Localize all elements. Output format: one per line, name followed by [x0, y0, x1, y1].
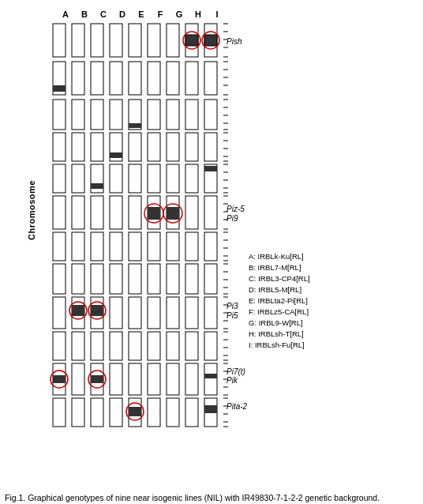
- main-container: Chromosome A B C D E F G H I 1: [0, 0, 423, 504]
- svg-rect-212: [91, 398, 103, 427]
- svg-rect-177: [185, 332, 198, 360]
- svg-rect-98: [91, 196, 103, 229]
- svg-text:Pita-2: Pita-2: [226, 402, 248, 411]
- svg-rect-133: [53, 264, 66, 294]
- svg-rect-151: [72, 305, 84, 316]
- svg-rect-160: [185, 297, 198, 329]
- svg-text:B: IRBL7-M[RL]: B: IRBL7-M[RL]: [249, 263, 301, 272]
- svg-rect-172: [91, 332, 103, 360]
- svg-rect-13: [110, 24, 122, 57]
- svg-rect-219: [185, 398, 198, 427]
- svg-text:A: IRBLk-Ku[RL]: A: IRBLk-Ku[RL]: [249, 252, 304, 261]
- svg-rect-192: [91, 375, 103, 383]
- svg-rect-121: [129, 232, 141, 261]
- svg-rect-171: [72, 332, 84, 360]
- svg-rect-117: [53, 232, 66, 261]
- svg-rect-68: [129, 133, 141, 161]
- svg-rect-139: [167, 264, 179, 294]
- svg-rect-120: [110, 232, 122, 261]
- svg-rect-36: [129, 62, 141, 95]
- svg-rect-50: [110, 100, 122, 130]
- svg-rect-188: [53, 375, 66, 383]
- svg-rect-72: [204, 133, 217, 161]
- svg-text:I: IRBLsh-Fu[RL]: I: IRBLsh-Fu[RL]: [249, 340, 305, 349]
- svg-rect-56: [204, 100, 217, 130]
- svg-rect-86: [167, 164, 179, 193]
- svg-rect-198: [185, 363, 198, 395]
- svg-rect-89: [204, 166, 217, 171]
- svg-rect-161: [204, 297, 217, 329]
- svg-rect-87: [185, 164, 198, 193]
- svg-text:Pi3: Pi3: [226, 302, 238, 310]
- svg-rect-194: [110, 363, 122, 395]
- svg-text:B: B: [81, 9, 88, 19]
- svg-rect-83: [110, 164, 122, 193]
- svg-text:I: I: [215, 9, 218, 19]
- svg-rect-84: [129, 164, 141, 193]
- svg-rect-52: [129, 123, 141, 128]
- svg-rect-125: [204, 232, 217, 261]
- svg-rect-37: [148, 62, 160, 95]
- svg-rect-211: [72, 398, 84, 427]
- svg-rect-71: [185, 133, 198, 161]
- svg-text:E: E: [138, 9, 144, 19]
- svg-rect-99: [110, 196, 122, 229]
- svg-rect-149: [53, 297, 66, 329]
- svg-rect-137: [129, 264, 141, 294]
- svg-text:Pish: Pish: [226, 37, 242, 46]
- svg-rect-100: [129, 196, 141, 229]
- svg-rect-48: [72, 100, 84, 130]
- svg-rect-174: [129, 332, 141, 360]
- svg-rect-15: [148, 24, 160, 57]
- svg-rect-118: [72, 232, 84, 261]
- svg-rect-104: [167, 207, 179, 220]
- svg-text:D: IRBL5-M[RL]: D: IRBL5-M[RL]: [249, 285, 301, 294]
- svg-rect-10: [53, 24, 66, 57]
- svg-rect-82: [91, 183, 103, 189]
- svg-rect-218: [167, 398, 179, 427]
- svg-rect-12: [91, 24, 103, 57]
- svg-text:Pik: Pik: [226, 376, 238, 385]
- svg-rect-135: [91, 264, 103, 294]
- svg-rect-154: [91, 305, 103, 316]
- svg-rect-18: [185, 35, 198, 46]
- svg-rect-217: [148, 398, 160, 427]
- svg-text:D: D: [119, 9, 125, 19]
- svg-rect-141: [204, 264, 217, 294]
- svg-rect-38: [167, 62, 179, 95]
- svg-rect-96: [53, 196, 66, 229]
- caption-text: Fig.1. Graphical genotypes of nine near …: [5, 493, 380, 502]
- svg-rect-47: [53, 100, 66, 130]
- svg-rect-196: [148, 363, 160, 395]
- svg-rect-63: [53, 133, 66, 161]
- svg-rect-199: [204, 363, 217, 395]
- svg-rect-35: [110, 62, 122, 95]
- svg-rect-178: [204, 332, 217, 360]
- svg-rect-190: [72, 363, 84, 395]
- svg-rect-20: [204, 35, 217, 46]
- svg-text:Piz-5: Piz-5: [226, 205, 245, 213]
- svg-rect-195: [129, 363, 141, 395]
- svg-rect-65: [91, 133, 103, 161]
- svg-rect-159: [167, 297, 179, 329]
- svg-rect-40: [204, 62, 217, 95]
- svg-rect-119: [91, 232, 103, 261]
- svg-rect-123: [167, 232, 179, 261]
- svg-rect-175: [148, 332, 160, 360]
- svg-text:H: IRBLsh-T[RL]: H: IRBLsh-T[RL]: [249, 329, 304, 338]
- svg-rect-55: [185, 100, 198, 130]
- svg-rect-70: [167, 133, 179, 161]
- svg-rect-49: [91, 100, 103, 130]
- figure-caption: Fig.1. Graphical genotypes of nine near …: [5, 492, 418, 504]
- svg-rect-200: [204, 374, 217, 378]
- svg-rect-215: [129, 407, 141, 416]
- svg-rect-170: [53, 332, 66, 360]
- svg-rect-54: [167, 100, 179, 130]
- svg-text:C: C: [100, 9, 107, 19]
- svg-rect-156: [110, 297, 122, 329]
- svg-rect-176: [167, 332, 179, 360]
- svg-rect-64: [72, 133, 84, 161]
- svg-rect-213: [110, 398, 122, 427]
- svg-text:C: IRBL3-CP4[RL]: C: IRBL3-CP4[RL]: [249, 274, 310, 283]
- svg-text:F: IRBLz5-CA[RL]: F: IRBLz5-CA[RL]: [249, 307, 309, 316]
